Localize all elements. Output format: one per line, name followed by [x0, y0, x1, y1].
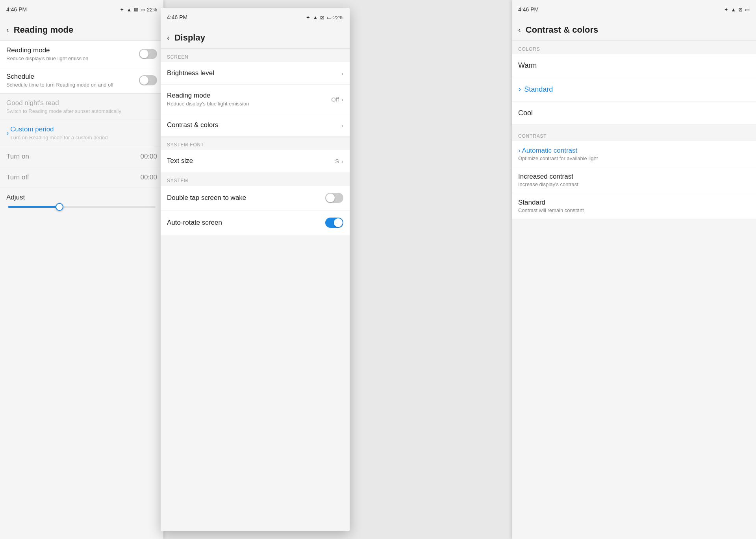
display-panel: 4:46 PM ✦ ▲ ⊠ ▭ 22% ‹ Display SCREEN Bri…	[161, 8, 350, 531]
center-status-bar: 4:46 PM ✦ ▲ ⊠ ▭ 22%	[161, 8, 350, 27]
right-bluetooth-icon: ✦	[724, 7, 728, 13]
right-header: ‹ Contrast & colors	[512, 19, 756, 41]
good-nights-read-title: Good night's read	[6, 99, 157, 107]
system-font-label: SYSTEM FONT	[161, 137, 350, 150]
right-time: 4:46 PM	[518, 6, 539, 13]
auto-rotate-toggle[interactable]	[325, 218, 343, 228]
center-battery-icon: ▭ 22%	[327, 15, 343, 20]
right-screen-icon: ⊠	[738, 7, 743, 13]
reading-mode-status: Off	[331, 96, 339, 103]
brightness-level-item[interactable]: Brightness level ›	[161, 62, 350, 85]
reading-mode-display-title: Reading mode	[167, 92, 249, 100]
custom-period-chevron-icon: ›	[6, 129, 9, 137]
center-bluetooth-icon: ✦	[306, 15, 310, 20]
double-tap-item[interactable]: Double tap screen to wake	[161, 186, 350, 210]
text-size-item[interactable]: Text size S ›	[161, 150, 350, 172]
schedule-toggle[interactable]	[139, 75, 157, 85]
contrast-colors-panel: 4:46 PM ✦ ▲ ⊠ ▭ ‹ Contrast & colors COLO…	[512, 0, 756, 539]
custom-period-subtitle: Turn on Reading mode for a custom period	[10, 135, 107, 140]
increased-contrast-subtitle: Increase display's contrast	[518, 181, 750, 187]
automatic-contrast-title: Automatic contrast	[518, 147, 750, 155]
turn-on-row[interactable]: Turn on 00:00	[0, 146, 163, 167]
adjust-section: Adjust	[0, 188, 163, 216]
center-wifi-icon: ▲	[313, 15, 318, 20]
text-size-value: S	[335, 158, 339, 164]
contrast-colors-title: Contrast & colors	[167, 121, 218, 129]
brightness-chevron-icon: ›	[341, 70, 343, 77]
standard-contrast-subtitle: Contrast will remain constant	[518, 207, 750, 213]
screen-section-label: SCREEN	[161, 49, 350, 62]
bluetooth-icon: ✦	[120, 7, 124, 13]
auto-rotate-item[interactable]: Auto-rotate screen	[161, 210, 350, 235]
reading-mode-subtitle: Reduce display's blue light emission	[6, 55, 88, 61]
right-page-title: Contrast & colors	[526, 25, 598, 35]
reading-mode-display-subtitle: Reduce display's blue light emission	[167, 101, 249, 107]
schedule-item[interactable]: Schedule Schedule time to turn Reading m…	[0, 67, 163, 94]
turn-off-row[interactable]: Turn off 00:00	[0, 167, 163, 188]
contrast-section-label: CONTRAST	[512, 128, 756, 141]
standard-contrast-item[interactable]: Standard Contrast will remain constant	[512, 193, 756, 219]
slider-fill	[8, 206, 59, 208]
automatic-contrast-subtitle: Optimize contrast for available light	[518, 155, 750, 161]
right-status-icons: ✦ ▲ ⊠ ▭	[724, 7, 750, 13]
left-status-bar: 4:46 PM ✦ ▲ ⊠ ▭ 22%	[0, 0, 163, 19]
text-size-chevron-icon: ›	[341, 158, 343, 164]
center-back-button[interactable]: ‹	[167, 33, 170, 42]
colors-section-label: COLORS	[512, 41, 756, 54]
center-page-title: Display	[174, 33, 205, 43]
center-screen-icon: ⊠	[320, 15, 324, 20]
screen-icon: ⊠	[134, 7, 138, 13]
turn-off-value: 00:00	[140, 174, 157, 181]
color-cool-item[interactable]: Cool	[512, 102, 756, 125]
custom-period-title: Custom period	[10, 126, 107, 133]
left-header: ‹ Reading mode	[0, 19, 163, 41]
adjust-label: Adjust	[6, 194, 157, 201]
center-status-icons: ✦ ▲ ⊠ ▭ 22%	[306, 15, 343, 20]
contrast-chevron-icon: ›	[341, 122, 343, 129]
increased-contrast-title: Increased contrast	[518, 173, 750, 181]
right-status-bar: 4:46 PM ✦ ▲ ⊠ ▭	[512, 0, 756, 19]
left-status-icons: ✦ ▲ ⊠ ▭ 22%	[120, 7, 157, 13]
custom-period-item[interactable]: › Custom period Turn on Reading mode for…	[0, 120, 163, 146]
double-tap-toggle[interactable]	[325, 193, 343, 203]
battery-icon: ▭ 22%	[141, 7, 157, 13]
reading-mode-display-item[interactable]: Reading mode Reduce display's blue light…	[161, 85, 350, 114]
auto-rotate-title: Auto-rotate screen	[167, 219, 222, 227]
brightness-title: Brightness level	[167, 69, 214, 77]
color-cool-label: Cool	[518, 109, 533, 117]
contrast-colors-item[interactable]: Contrast & colors ›	[161, 114, 350, 137]
schedule-title: Schedule	[6, 73, 113, 81]
turn-off-label: Turn off	[6, 174, 29, 181]
increased-contrast-item[interactable]: Increased contrast Increase display's co…	[512, 167, 756, 193]
right-battery-icon: ▭	[745, 7, 750, 13]
automatic-contrast-item[interactable]: Automatic contrast Optimize contrast for…	[512, 141, 756, 167]
color-warm-label: Warm	[518, 61, 537, 69]
schedule-subtitle: Schedule time to turn Reading mode on an…	[6, 82, 113, 88]
color-standard-item[interactable]: Standard	[512, 77, 756, 102]
reading-mode-chevron-icon: ›	[341, 96, 343, 103]
color-standard-label: Standard	[524, 85, 553, 94]
system-section-label: SYSTEM	[161, 172, 350, 186]
reading-mode-title: Reading mode	[6, 46, 88, 54]
right-back-button[interactable]: ‹	[518, 25, 521, 34]
brightness-slider[interactable]	[8, 206, 156, 208]
left-back-button[interactable]: ‹	[6, 25, 9, 34]
wifi-icon: ▲	[126, 7, 132, 13]
right-wifi-icon: ▲	[731, 7, 736, 13]
center-header: ‹ Display	[161, 27, 350, 49]
left-page-title: Reading mode	[14, 25, 74, 35]
turn-on-value: 00:00	[140, 153, 157, 161]
standard-contrast-title: Standard	[518, 199, 750, 207]
text-size-title: Text size	[167, 157, 193, 165]
good-nights-read-subtitle: Switch to Reading mode after sunset auto…	[6, 108, 157, 114]
double-tap-title: Double tap screen to wake	[167, 194, 246, 202]
left-time: 4:46 PM	[6, 6, 27, 13]
good-nights-read-item: Good night's read Switch to Reading mode…	[0, 94, 163, 120]
center-time: 4:46 PM	[167, 14, 187, 20]
reading-mode-panel: 4:46 PM ✦ ▲ ⊠ ▭ 22% ‹ Reading mode Readi…	[0, 0, 163, 539]
reading-mode-item[interactable]: Reading mode Reduce display's blue light…	[0, 41, 163, 67]
turn-on-label: Turn on	[6, 153, 29, 161]
color-warm-item[interactable]: Warm	[512, 54, 756, 77]
slider-thumb[interactable]	[56, 203, 63, 211]
reading-mode-toggle[interactable]	[139, 49, 157, 59]
